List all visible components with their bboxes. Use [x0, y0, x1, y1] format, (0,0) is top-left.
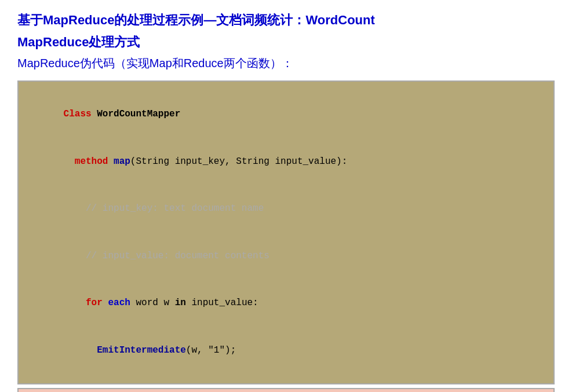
mapper-line-3: // input_key: text document name	[30, 185, 542, 233]
kw-class-mapper: Class	[64, 109, 92, 119]
mapper-line-2: method map(String input_key, String inpu…	[30, 138, 542, 186]
reducer-code-block: Class WordCountReducer method reduce(Str…	[17, 388, 555, 392]
mapper-code-block: Class WordCountMapper method map(String …	[17, 80, 555, 384]
mapper-line-4: // input_value: document contents	[30, 233, 542, 280]
page-desc: MapReduce伪代码（实现Map和Reduce两个函数）：	[17, 56, 555, 71]
comment-inputvalue: // input_value: document contents	[64, 251, 269, 261]
class-name-mapper: WordCountMapper	[97, 109, 180, 119]
page-title: 基于MapReduce的处理过程示例—文档词频统计：WordCount	[17, 12, 555, 29]
mapper-line-6: EmitIntermediate(w, "1");	[30, 327, 542, 375]
comment-inputkey: // input_key: text document name	[64, 203, 264, 214]
mapper-line-5: for each word w in input_value:	[30, 280, 542, 327]
kw-in-mapper: in	[175, 298, 186, 308]
fn-emitintermediate: EmitIntermediate	[97, 345, 186, 356]
fn-map: map	[114, 156, 130, 167]
page-container: 基于MapReduce的处理过程示例—文档词频统计：WordCount MapR…	[0, 0, 572, 392]
mapper-line-1: Class WordCountMapper	[30, 91, 542, 138]
kw-each-mapper: each	[108, 298, 130, 308]
kw-method-map: method	[75, 156, 108, 167]
kw-for-mapper: for	[86, 298, 103, 308]
page-subtitle: MapReduce处理方式	[17, 34, 555, 51]
